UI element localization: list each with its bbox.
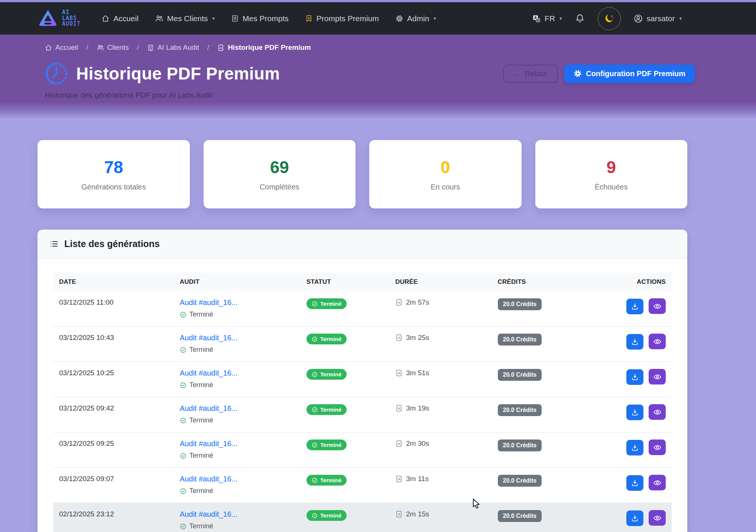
breadcrumb-ai-labs-audit[interactable]: AI Labs Audit bbox=[147, 43, 199, 52]
cell-duration: 3m 25s bbox=[389, 327, 492, 362]
status-badge: Terminé bbox=[306, 475, 347, 486]
audit-sub-status-label: Terminé bbox=[189, 452, 213, 460]
view-button[interactable] bbox=[649, 510, 666, 526]
user-menu[interactable]: sarsator ▾ bbox=[633, 14, 682, 23]
notifications-button[interactable] bbox=[575, 13, 585, 24]
cell-actions bbox=[617, 327, 672, 362]
table-row: 03/12/2025 09:25 Audit #audit_16... Term… bbox=[53, 432, 672, 468]
cell-audit: Audit #audit_16... Terminé bbox=[174, 362, 301, 397]
cell-status: Terminé bbox=[301, 291, 389, 327]
nav-item-prompts-premium[interactable]: Prompts Premium bbox=[305, 14, 379, 23]
audit-link[interactable]: Audit #audit_16... bbox=[180, 439, 295, 448]
stat-value-total: 78 bbox=[104, 157, 123, 177]
breadcrumb-separator: / bbox=[205, 43, 211, 52]
view-button[interactable] bbox=[649, 369, 666, 385]
download-button[interactable] bbox=[626, 334, 643, 350]
cell-status: Terminé bbox=[301, 432, 389, 468]
download-button[interactable] bbox=[626, 405, 643, 420]
nav-item-accueil[interactable]: Accueil bbox=[101, 14, 139, 23]
theme-toggle-button[interactable] bbox=[598, 7, 621, 30]
audit-sub-status-label: Terminé bbox=[189, 311, 213, 318]
cell-duration: 3m 19s bbox=[389, 397, 492, 432]
cell-date: 03/12/2025 09:07 bbox=[53, 468, 174, 503]
cell-actions bbox=[617, 468, 672, 503]
duration-value: 3m 11s bbox=[406, 475, 429, 483]
translate-icon bbox=[532, 14, 541, 23]
stat-label-total: Générations totales bbox=[81, 183, 146, 191]
back-button[interactable]: ← Retour bbox=[503, 65, 558, 83]
breadcrumb-accueil[interactable]: Accueil bbox=[45, 43, 78, 52]
generations-card: Liste des générations Date Audit Statut … bbox=[38, 230, 687, 532]
audit-sub-status-label: Terminé bbox=[189, 487, 213, 495]
check-circle-icon bbox=[180, 382, 186, 389]
audit-link[interactable]: Audit #audit_16... bbox=[180, 510, 295, 519]
home-icon bbox=[45, 44, 52, 51]
view-button[interactable] bbox=[649, 298, 666, 314]
view-button[interactable] bbox=[649, 439, 666, 455]
cell-duration: 3m 51s bbox=[389, 362, 492, 397]
file-pdf-icon bbox=[217, 44, 224, 51]
audit-link[interactable]: Audit #audit_16... bbox=[180, 404, 295, 413]
status-badge-label: Terminé bbox=[320, 406, 341, 413]
page-header: Accueil / Clients / AI Labs Audit / Hist… bbox=[0, 35, 756, 119]
status-badge-label: Terminé bbox=[320, 512, 341, 519]
gear-icon bbox=[574, 69, 582, 78]
brand-logo[interactable]: AI LABS AUDIT bbox=[38, 8, 81, 29]
credits-badge: 20.0 Crédits bbox=[498, 475, 542, 487]
download-button[interactable] bbox=[626, 510, 643, 526]
audit-sub-status: Terminé bbox=[180, 346, 295, 354]
audit-link[interactable]: Audit #audit_16... bbox=[180, 334, 295, 342]
check-circle-icon bbox=[312, 407, 318, 413]
stat-value-in-progress: 0 bbox=[441, 157, 450, 177]
status-badge-label: Terminé bbox=[320, 301, 341, 307]
check-circle-icon bbox=[180, 452, 186, 459]
download-button[interactable] bbox=[626, 475, 643, 491]
person-circle-icon bbox=[633, 14, 643, 23]
cell-credits: 20.0 Crédits bbox=[492, 362, 617, 397]
cell-credits: 20.0 Crédits bbox=[492, 432, 617, 468]
table-row: 03/12/2025 09:07 Audit #audit_16... Term… bbox=[53, 468, 672, 503]
breadcrumb: Accueil / Clients / AI Labs Audit / Hist… bbox=[45, 43, 695, 52]
view-button[interactable] bbox=[649, 475, 666, 490]
generation-date: 03/12/2025 09:25 bbox=[59, 439, 114, 447]
status-badge: Terminé bbox=[306, 298, 347, 309]
cell-audit: Audit #audit_16... Terminé bbox=[174, 397, 301, 432]
cell-date: 02/12/2025 23:12 bbox=[53, 503, 174, 532]
logo-triangle-icon bbox=[38, 8, 58, 29]
audit-sub-status-label: Terminé bbox=[189, 416, 213, 424]
audit-link[interactable]: Audit #audit_16... bbox=[180, 369, 295, 377]
nav-item-admin[interactable]: Admin ▾ bbox=[395, 14, 436, 23]
download-button[interactable] bbox=[626, 440, 643, 455]
credits-badge: 20.0 Crédits bbox=[498, 404, 542, 416]
cell-date: 03/12/2025 09:42 bbox=[53, 397, 174, 432]
audit-link[interactable]: Audit #audit_16... bbox=[180, 475, 295, 483]
cell-status: Terminé bbox=[301, 468, 389, 503]
download-button[interactable] bbox=[626, 299, 643, 314]
status-badge-label: Terminé bbox=[320, 371, 341, 377]
nav-item-mes-clients[interactable]: Mes Clients ▾ bbox=[155, 14, 215, 23]
download-button[interactable] bbox=[626, 369, 643, 385]
back-button-label: Retour bbox=[525, 69, 547, 78]
cell-status: Terminé bbox=[301, 362, 389, 397]
language-selector[interactable]: FR ▾ bbox=[532, 14, 562, 23]
audit-link[interactable]: Audit #audit_16... bbox=[180, 298, 295, 307]
file-pdf-icon bbox=[395, 405, 403, 412]
nav-item-mes-prompts[interactable]: Mes Prompts bbox=[231, 14, 289, 23]
cell-audit: Audit #audit_16... Terminé bbox=[174, 291, 301, 327]
audit-sub-status: Terminé bbox=[180, 487, 295, 495]
generation-date: 03/12/2025 11:00 bbox=[59, 298, 114, 306]
audit-sub-status: Terminé bbox=[180, 311, 295, 318]
config-pdf-premium-button[interactable]: Configuration PDF Premium bbox=[564, 65, 695, 83]
table-row: 03/12/2025 11:00 Audit #audit_16... Term… bbox=[53, 291, 672, 327]
duration-value: 3m 51s bbox=[406, 369, 429, 377]
cell-status: Terminé bbox=[301, 397, 389, 432]
stat-value-completed: 69 bbox=[270, 157, 289, 177]
journal-icon bbox=[231, 14, 239, 22]
file-pdf-icon bbox=[395, 369, 403, 377]
cell-date: 03/12/2025 11:00 bbox=[53, 291, 174, 327]
view-button[interactable] bbox=[649, 334, 666, 349]
view-button[interactable] bbox=[649, 404, 666, 420]
stat-label-in-progress: En cours bbox=[431, 183, 460, 191]
status-badge: Terminé bbox=[306, 369, 347, 380]
breadcrumb-clients[interactable]: Clients bbox=[97, 43, 129, 52]
